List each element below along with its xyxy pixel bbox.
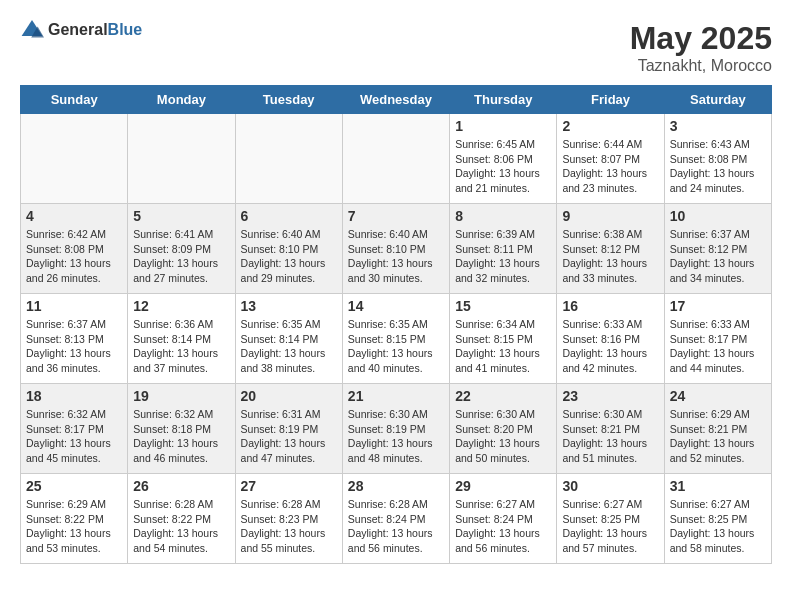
day-number: 7 [348, 208, 444, 224]
day-header-tuesday: Tuesday [235, 86, 342, 114]
day-content: Sunrise: 6:30 AMSunset: 8:21 PMDaylight:… [562, 407, 658, 466]
day-content: Sunrise: 6:28 AMSunset: 8:24 PMDaylight:… [348, 497, 444, 556]
day-number: 15 [455, 298, 551, 314]
day-number: 19 [133, 388, 229, 404]
day-content: Sunrise: 6:36 AMSunset: 8:14 PMDaylight:… [133, 317, 229, 376]
day-content: Sunrise: 6:33 AMSunset: 8:17 PMDaylight:… [670, 317, 766, 376]
day-number: 14 [348, 298, 444, 314]
day-content: Sunrise: 6:29 AMSunset: 8:22 PMDaylight:… [26, 497, 122, 556]
calendar-cell-empty [128, 114, 235, 204]
day-number: 11 [26, 298, 122, 314]
calendar-cell-15: 15Sunrise: 6:34 AMSunset: 8:15 PMDayligh… [450, 294, 557, 384]
day-content: Sunrise: 6:37 AMSunset: 8:12 PMDaylight:… [670, 227, 766, 286]
calendar-cell-19: 19Sunrise: 6:32 AMSunset: 8:18 PMDayligh… [128, 384, 235, 474]
day-content: Sunrise: 6:37 AMSunset: 8:13 PMDaylight:… [26, 317, 122, 376]
day-number: 22 [455, 388, 551, 404]
day-header-friday: Friday [557, 86, 664, 114]
day-number: 13 [241, 298, 337, 314]
day-header-saturday: Saturday [664, 86, 771, 114]
calendar-week-3: 11Sunrise: 6:37 AMSunset: 8:13 PMDayligh… [21, 294, 772, 384]
day-content: Sunrise: 6:28 AMSunset: 8:23 PMDaylight:… [241, 497, 337, 556]
day-number: 25 [26, 478, 122, 494]
calendar-cell-18: 18Sunrise: 6:32 AMSunset: 8:17 PMDayligh… [21, 384, 128, 474]
calendar-cell-28: 28Sunrise: 6:28 AMSunset: 8:24 PMDayligh… [342, 474, 449, 564]
day-header-monday: Monday [128, 86, 235, 114]
day-content: Sunrise: 6:43 AMSunset: 8:08 PMDaylight:… [670, 137, 766, 196]
day-number: 5 [133, 208, 229, 224]
calendar-cell-27: 27Sunrise: 6:28 AMSunset: 8:23 PMDayligh… [235, 474, 342, 564]
calendar-header-row: SundayMondayTuesdayWednesdayThursdayFrid… [21, 86, 772, 114]
day-content: Sunrise: 6:31 AMSunset: 8:19 PMDaylight:… [241, 407, 337, 466]
day-number: 29 [455, 478, 551, 494]
calendar-cell-31: 31Sunrise: 6:27 AMSunset: 8:25 PMDayligh… [664, 474, 771, 564]
day-number: 8 [455, 208, 551, 224]
day-header-sunday: Sunday [21, 86, 128, 114]
calendar-cell-29: 29Sunrise: 6:27 AMSunset: 8:24 PMDayligh… [450, 474, 557, 564]
calendar-cell-12: 12Sunrise: 6:36 AMSunset: 8:14 PMDayligh… [128, 294, 235, 384]
calendar-cell-4: 4Sunrise: 6:42 AMSunset: 8:08 PMDaylight… [21, 204, 128, 294]
calendar-cell-6: 6Sunrise: 6:40 AMSunset: 8:10 PMDaylight… [235, 204, 342, 294]
calendar-table: SundayMondayTuesdayWednesdayThursdayFrid… [20, 85, 772, 564]
day-number: 16 [562, 298, 658, 314]
calendar-cell-16: 16Sunrise: 6:33 AMSunset: 8:16 PMDayligh… [557, 294, 664, 384]
day-number: 3 [670, 118, 766, 134]
logo-general: General [48, 21, 108, 38]
calendar-cell-11: 11Sunrise: 6:37 AMSunset: 8:13 PMDayligh… [21, 294, 128, 384]
calendar-cell-24: 24Sunrise: 6:29 AMSunset: 8:21 PMDayligh… [664, 384, 771, 474]
day-content: Sunrise: 6:44 AMSunset: 8:07 PMDaylight:… [562, 137, 658, 196]
calendar-cell-empty [21, 114, 128, 204]
calendar-cell-23: 23Sunrise: 6:30 AMSunset: 8:21 PMDayligh… [557, 384, 664, 474]
calendar-cell-13: 13Sunrise: 6:35 AMSunset: 8:14 PMDayligh… [235, 294, 342, 384]
day-number: 4 [26, 208, 122, 224]
day-content: Sunrise: 6:27 AMSunset: 8:25 PMDaylight:… [670, 497, 766, 556]
day-number: 18 [26, 388, 122, 404]
calendar-cell-8: 8Sunrise: 6:39 AMSunset: 8:11 PMDaylight… [450, 204, 557, 294]
title-area: May 2025 Taznakht, Morocco [630, 20, 772, 75]
day-content: Sunrise: 6:28 AMSunset: 8:22 PMDaylight:… [133, 497, 229, 556]
day-content: Sunrise: 6:40 AMSunset: 8:10 PMDaylight:… [241, 227, 337, 286]
day-number: 10 [670, 208, 766, 224]
day-content: Sunrise: 6:39 AMSunset: 8:11 PMDaylight:… [455, 227, 551, 286]
calendar-cell-3: 3Sunrise: 6:43 AMSunset: 8:08 PMDaylight… [664, 114, 771, 204]
main-title: May 2025 [630, 20, 772, 57]
calendar-cell-21: 21Sunrise: 6:30 AMSunset: 8:19 PMDayligh… [342, 384, 449, 474]
day-number: 26 [133, 478, 229, 494]
subtitle: Taznakht, Morocco [630, 57, 772, 75]
calendar-cell-17: 17Sunrise: 6:33 AMSunset: 8:17 PMDayligh… [664, 294, 771, 384]
day-number: 9 [562, 208, 658, 224]
day-content: Sunrise: 6:30 AMSunset: 8:20 PMDaylight:… [455, 407, 551, 466]
logo: GeneralBlue [20, 20, 142, 40]
calendar-cell-5: 5Sunrise: 6:41 AMSunset: 8:09 PMDaylight… [128, 204, 235, 294]
day-content: Sunrise: 6:40 AMSunset: 8:10 PMDaylight:… [348, 227, 444, 286]
day-header-thursday: Thursday [450, 86, 557, 114]
calendar-week-2: 4Sunrise: 6:42 AMSunset: 8:08 PMDaylight… [21, 204, 772, 294]
day-number: 17 [670, 298, 766, 314]
day-content: Sunrise: 6:38 AMSunset: 8:12 PMDaylight:… [562, 227, 658, 286]
day-content: Sunrise: 6:41 AMSunset: 8:09 PMDaylight:… [133, 227, 229, 286]
logo-icon [20, 20, 44, 40]
day-number: 24 [670, 388, 766, 404]
day-content: Sunrise: 6:35 AMSunset: 8:14 PMDaylight:… [241, 317, 337, 376]
day-number: 28 [348, 478, 444, 494]
day-number: 23 [562, 388, 658, 404]
day-header-wednesday: Wednesday [342, 86, 449, 114]
calendar-cell-empty [235, 114, 342, 204]
calendar-cell-26: 26Sunrise: 6:28 AMSunset: 8:22 PMDayligh… [128, 474, 235, 564]
calendar-week-5: 25Sunrise: 6:29 AMSunset: 8:22 PMDayligh… [21, 474, 772, 564]
calendar-cell-10: 10Sunrise: 6:37 AMSunset: 8:12 PMDayligh… [664, 204, 771, 294]
calendar-cell-14: 14Sunrise: 6:35 AMSunset: 8:15 PMDayligh… [342, 294, 449, 384]
day-number: 27 [241, 478, 337, 494]
day-content: Sunrise: 6:45 AMSunset: 8:06 PMDaylight:… [455, 137, 551, 196]
calendar-body: 1Sunrise: 6:45 AMSunset: 8:06 PMDaylight… [21, 114, 772, 564]
page-header: GeneralBlue May 2025 Taznakht, Morocco [20, 20, 772, 75]
calendar-week-4: 18Sunrise: 6:32 AMSunset: 8:17 PMDayligh… [21, 384, 772, 474]
calendar-cell-22: 22Sunrise: 6:30 AMSunset: 8:20 PMDayligh… [450, 384, 557, 474]
day-number: 12 [133, 298, 229, 314]
day-content: Sunrise: 6:35 AMSunset: 8:15 PMDaylight:… [348, 317, 444, 376]
calendar-cell-25: 25Sunrise: 6:29 AMSunset: 8:22 PMDayligh… [21, 474, 128, 564]
calendar-cell-7: 7Sunrise: 6:40 AMSunset: 8:10 PMDaylight… [342, 204, 449, 294]
day-content: Sunrise: 6:27 AMSunset: 8:24 PMDaylight:… [455, 497, 551, 556]
day-number: 21 [348, 388, 444, 404]
day-number: 30 [562, 478, 658, 494]
day-content: Sunrise: 6:30 AMSunset: 8:19 PMDaylight:… [348, 407, 444, 466]
